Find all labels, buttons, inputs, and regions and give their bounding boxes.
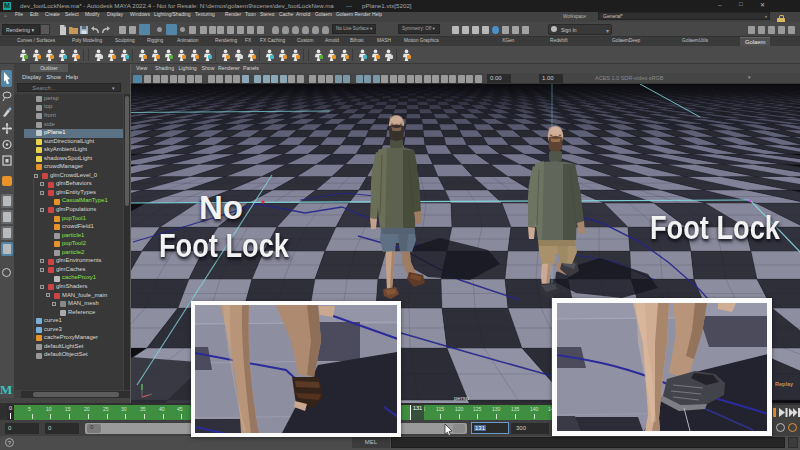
svg-text:persp: persp — [454, 395, 470, 401]
svg-text:Replay: Replay — [775, 381, 794, 387]
